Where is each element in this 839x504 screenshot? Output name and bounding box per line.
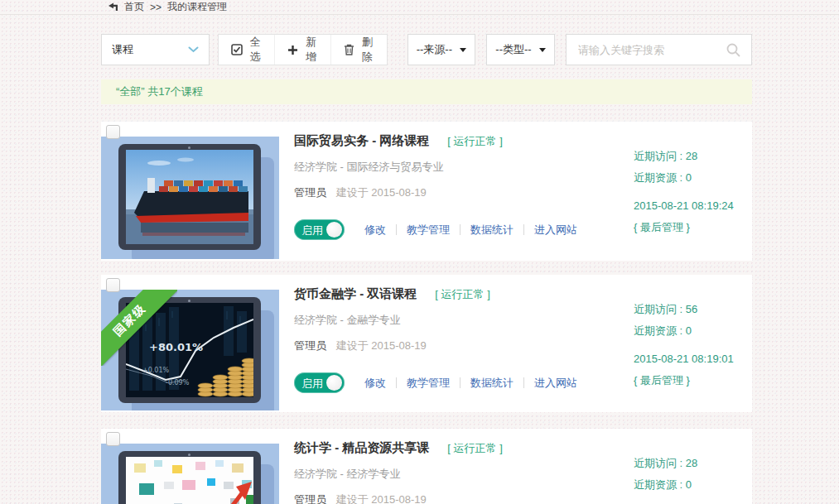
enable-toggle[interactable]: 启用 [294,372,345,393]
enable-toggle[interactable]: 启用 [294,219,345,240]
course-checkbox[interactable] [106,432,120,446]
course-stats: 近期访问 : 56 近期资源 : 0 2015-08-21 08:19:01 {… [634,303,734,396]
divider [460,377,460,388]
chevron-down-icon [188,46,199,53]
select-all-label: 全选 [248,35,263,65]
result-summary-text: “全部” 共17个课程 [116,84,203,99]
divider [396,224,397,235]
tablet-frame [118,451,261,504]
toggle-knob-icon [326,375,342,391]
course-stats: 近期访问 : 28 近期资源 : 0 [634,457,697,500]
recent-resources: 近期资源 : 0 [634,324,734,338]
container-ship-photo [126,150,253,244]
last-managed-label[interactable]: { 最后管理 } [634,221,734,234]
type-filter-value: --类型-- [495,42,531,57]
course-card: 国际贸易实务 - 网络课程 [ 运行正常 ] 经济学院 - 国际经济与贸易专业 … [101,122,752,261]
source-filter-value: --来源-- [417,42,452,57]
enable-toggle-label: 启用 [301,223,323,238]
course-title[interactable]: 货币金融学 - 双语课程 [294,286,417,302]
dropdown-arrow-icon [460,48,466,52]
course-built-date: 建设于 2015-08-19 [336,493,427,504]
search-box [566,34,752,65]
data-statistics-link[interactable]: 数据统计 [470,376,514,391]
last-managed-label[interactable]: { 最后管理 } [634,374,734,387]
chart-label-small2: -0.09% [166,379,190,386]
source-filter-select[interactable]: --来源-- [407,34,476,65]
course-checkbox[interactable] [106,125,120,139]
recent-visits: 近期访问 : 56 [634,303,734,316]
breadcrumb-current: 我的课程管理 [167,0,227,14]
course-type-select-value: 课程 [112,42,133,57]
delete-button[interactable]: 删除 [331,35,387,65]
edit-link[interactable]: 修改 [364,223,386,238]
course-status-badge: [ 运行正常 ] [447,134,502,149]
course-status-badge: [ 运行正常 ] [447,441,502,456]
edit-link[interactable]: 修改 [364,376,386,391]
enter-site-link[interactable]: 进入网站 [534,223,577,238]
course-checkbox[interactable] [106,278,120,292]
course-built-date: 建设于 2015-08-19 [336,339,427,352]
trash-icon [344,44,354,55]
course-thumbnail-panel[interactable] [101,444,279,504]
last-managed-time: 2015-08-21 08:19:01 [634,353,734,366]
recent-resources: 近期资源 : 0 [634,171,734,185]
chart-label-small1: +0.01% [142,367,170,374]
teaching-management-link[interactable]: 教学管理 [407,223,450,238]
divider [460,224,460,235]
course-owner: 管理员 [294,186,326,199]
course-stats: 近期访问 : 28 近期资源 : 0 2015-08-21 08:19:24 {… [634,150,734,242]
recent-resources: 近期资源 : 0 [634,478,697,492]
delete-label: 删除 [360,35,374,65]
course-status-badge: [ 运行正常 ] [435,287,489,302]
search-icon[interactable] [726,42,741,58]
tablet-frame [118,144,261,250]
toolbar: 课程 全选 新增 删除 [101,34,752,65]
course-card: 统计学 - 精品资源共享课 [ 运行正常 ] 经济学院 - 经济学专业 管理员 … [101,429,752,504]
course-title[interactable]: 统计学 - 精品资源共享课 [294,440,429,456]
breadcrumb: 首页 >> 我的课程管理 [0,0,839,15]
course-built-date: 建设于 2015-08-19 [336,186,427,199]
enable-toggle-label: 启用 [301,377,323,391]
type-filter-select[interactable]: --类型-- [486,34,555,65]
return-arrow-icon[interactable] [108,2,118,12]
growth-infographic-photo [126,457,253,504]
course-title[interactable]: 国际贸易实务 - 网络课程 [294,133,429,149]
recent-visits: 近期访问 : 28 [634,457,697,470]
course-owner: 管理员 [294,493,326,504]
course-thumbnail-panel[interactable]: +80.01% +0.01% -0.09% 国家级 [101,290,279,410]
search-input[interactable] [576,43,726,57]
breadcrumb-home[interactable]: 首页 [124,0,144,14]
national-level-badge: 国家级 [101,290,177,366]
breadcrumb-separator: >> [150,2,162,13]
enter-site-link[interactable]: 进入网站 [534,376,577,391]
course-type-select[interactable]: 课程 [101,34,210,65]
plus-icon [287,45,298,55]
divider [523,224,524,235]
course-thumbnail-panel[interactable] [101,137,279,259]
toggle-knob-icon [326,222,342,238]
checkbox-check-icon [231,44,243,55]
teaching-management-link[interactable]: 教学管理 [407,376,450,391]
bulk-actions-group: 全选 新增 删除 [218,34,388,65]
recent-visits: 近期访问 : 28 [634,150,734,163]
divider [523,377,524,388]
data-statistics-link[interactable]: 数据统计 [470,223,514,238]
last-managed-time: 2015-08-21 08:19:24 [634,199,734,213]
add-label: 新增 [304,35,318,65]
result-summary-bar: “全部” 共17个课程 [101,79,752,104]
dropdown-arrow-icon [539,48,546,52]
select-all-button[interactable]: 全选 [219,35,276,65]
course-card: +80.01% +0.01% -0.09% 国家级 [101,275,752,412]
badge-ribbon: 国家级 [101,290,177,366]
course-management-page: { "breadcrumb": { "home": "首页", "separat… [0,0,839,504]
add-button[interactable]: 新增 [275,35,331,65]
divider [396,377,397,388]
course-owner: 管理员 [294,339,326,352]
